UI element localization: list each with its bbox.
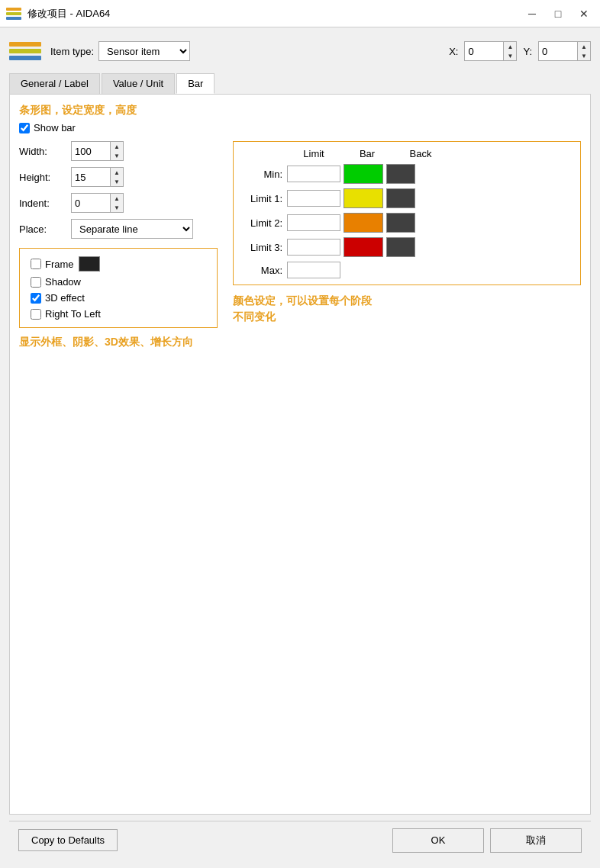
limit3-bar-swatch[interactable] xyxy=(344,237,383,257)
place-label: Place: xyxy=(19,223,65,235)
tab-general-label[interactable]: General / Label xyxy=(9,73,100,94)
height-spinner: ▲ ▼ xyxy=(111,167,124,187)
indent-input[interactable] xyxy=(71,193,111,213)
logo-icon xyxy=(9,37,41,66)
limit2-limit-input[interactable] xyxy=(287,214,340,231)
y-label: Y: xyxy=(523,46,532,57)
item-type-dropdown[interactable]: Sensor item xyxy=(98,41,190,61)
app-icon xyxy=(6,6,21,21)
limit1-back-swatch[interactable] xyxy=(386,188,415,208)
place-row: Place: Separate line Same line New line xyxy=(19,219,218,239)
rtl-checkbox[interactable] xyxy=(31,309,41,320)
y-field: 0 ▲ ▼ xyxy=(538,41,591,61)
indent-row: Indent: ▲ ▼ xyxy=(19,193,218,213)
min-back-swatch[interactable] xyxy=(386,164,415,184)
tabs-row: General / Label Value / Unit Bar xyxy=(9,73,591,94)
width-input[interactable] xyxy=(71,141,111,161)
shadow-row: Shadow xyxy=(31,276,206,288)
x-input[interactable]: 0 xyxy=(464,41,504,61)
limit2-row: Limit 2: xyxy=(241,213,573,233)
width-spinner: ▲ ▼ xyxy=(111,141,124,161)
x-up-button[interactable]: ▲ xyxy=(504,42,516,51)
toolbar-row: Item type: Sensor item X: 0 ▲ ▼ Y: 0 ▲ ▼ xyxy=(9,37,591,66)
show-bar-checkbox[interactable] xyxy=(19,123,30,133)
shadow-text: Shadow xyxy=(45,276,81,288)
limit1-limit-input[interactable] xyxy=(287,190,340,207)
bottom-bar: Copy to Defaults OK 取消 xyxy=(9,821,591,859)
limit2-label: Limit 2: xyxy=(241,217,287,229)
height-input[interactable] xyxy=(71,167,111,187)
content-layout: Width: ▲ ▼ Height: ▲ xyxy=(19,141,581,349)
x-label: X: xyxy=(449,46,458,57)
frame-label[interactable]: Frame xyxy=(31,259,74,270)
tab-bar[interactable]: Bar xyxy=(176,73,215,94)
width-up[interactable]: ▲ xyxy=(111,142,123,151)
place-dropdown[interactable]: Separate line Same line New line xyxy=(71,219,193,239)
show-bar-row: Show bar xyxy=(19,122,581,133)
shadow-label[interactable]: Shadow xyxy=(31,276,81,288)
minimize-button[interactable]: ─ xyxy=(522,6,542,21)
close-button[interactable]: ✕ xyxy=(574,6,594,21)
frame-checkbox[interactable] xyxy=(31,259,41,269)
width-down[interactable]: ▼ xyxy=(111,151,123,160)
limit3-back-swatch[interactable] xyxy=(386,237,415,257)
copy-to-defaults-button[interactable]: Copy to Defaults xyxy=(18,829,118,851)
frame-row: Frame xyxy=(31,256,206,272)
indent-field: ▲ ▼ xyxy=(71,193,124,213)
min-limit-input[interactable] xyxy=(287,166,340,182)
y-spinner: ▲ ▼ xyxy=(578,41,591,61)
annotation-right: 颜色设定，可以设置每个阶段 不同变化 xyxy=(233,293,581,325)
shadow-checkbox[interactable] xyxy=(31,277,41,288)
rtl-text: Right To Left xyxy=(45,308,101,320)
limit2-back-swatch[interactable] xyxy=(386,213,415,233)
limit3-limit-input[interactable] xyxy=(287,239,340,256)
color-table-header: Limit Bar Back xyxy=(241,148,573,159)
right-panel: Limit Bar Back Min: Limit 1: xyxy=(233,141,581,349)
limit-col-header: Limit xyxy=(287,148,340,159)
indent-spinner: ▲ ▼ xyxy=(111,193,124,213)
maximize-button[interactable]: □ xyxy=(548,6,568,21)
y-up-button[interactable]: ▲ xyxy=(578,42,590,51)
max-label: Max: xyxy=(241,265,287,276)
height-label: Height: xyxy=(19,172,65,183)
main-window: Item type: Sensor item X: 0 ▲ ▼ Y: 0 ▲ ▼ xyxy=(0,27,600,868)
indent-label: Indent: xyxy=(19,198,65,209)
min-row: Min: xyxy=(241,164,573,184)
show-bar-text: Show bar xyxy=(34,122,76,133)
limit1-label: Limit 1: xyxy=(241,193,287,204)
bottom-right-buttons: OK 取消 xyxy=(392,828,582,853)
indent-down[interactable]: ▼ xyxy=(111,203,123,212)
effect3d-row: 3D effect xyxy=(31,292,206,304)
height-down[interactable]: ▼ xyxy=(111,177,123,186)
show-bar-label[interactable]: Show bar xyxy=(19,122,76,133)
limit2-bar-swatch[interactable] xyxy=(344,213,383,233)
min-bar-swatch[interactable] xyxy=(344,164,383,184)
height-row: Height: ▲ ▼ xyxy=(19,167,218,187)
limit1-bar-swatch[interactable] xyxy=(344,188,383,208)
window-title: 修改项目 - AIDA64 xyxy=(27,7,110,21)
rtl-label[interactable]: Right To Left xyxy=(31,308,101,320)
width-row: Width: ▲ ▼ xyxy=(19,141,218,161)
tab-value-unit[interactable]: Value / Unit xyxy=(102,73,175,94)
options-box: Frame Shadow xyxy=(19,248,218,328)
indent-up[interactable]: ▲ xyxy=(111,194,123,203)
frame-color-swatch[interactable] xyxy=(79,256,100,272)
max-limit-input[interactable] xyxy=(287,262,340,278)
x-down-button[interactable]: ▼ xyxy=(504,51,516,60)
cancel-button[interactable]: 取消 xyxy=(490,828,582,853)
ok-button[interactable]: OK xyxy=(392,828,484,853)
rtl-row: Right To Left xyxy=(31,308,206,320)
content-panel: 条形图，设定宽度，高度 Show bar Width: ▲ ▼ xyxy=(9,94,591,815)
effect3d-label[interactable]: 3D effect xyxy=(31,292,85,304)
annotation-right-line2: 不同变化 xyxy=(233,310,276,323)
x-spinner: ▲ ▼ xyxy=(504,41,517,61)
limit3-label: Limit 3: xyxy=(241,242,287,253)
height-up[interactable]: ▲ xyxy=(111,168,123,177)
effect3d-checkbox[interactable] xyxy=(31,293,41,304)
bar-col-header: Bar xyxy=(340,148,394,159)
item-type-label: Item type: xyxy=(50,46,94,57)
y-input[interactable]: 0 xyxy=(538,41,578,61)
y-down-button[interactable]: ▼ xyxy=(578,51,590,60)
color-table: Limit Bar Back Min: Limit 1: xyxy=(233,141,581,285)
annotation-bottom: 显示外框、阴影、3D效果、增长方向 xyxy=(19,336,218,349)
